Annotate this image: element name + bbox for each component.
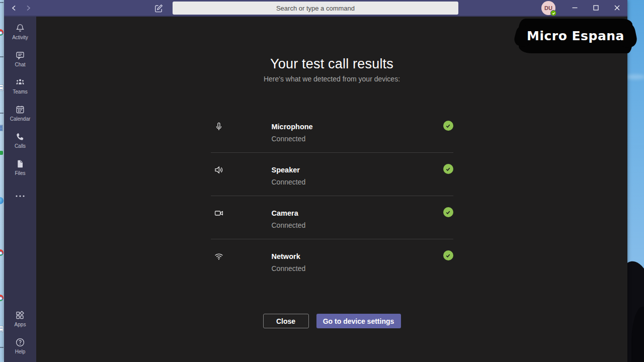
- app-rail: Activity Chat: [4, 17, 36, 362]
- chat-icon: [15, 50, 25, 60]
- device-name: Speaker: [272, 166, 300, 174]
- sidebar-item-label: Teams: [13, 89, 27, 95]
- success-check-icon: [443, 164, 453, 174]
- desktop-icon-fragment: [0, 326, 4, 332]
- desktop-icon-fragment: [0, 84, 4, 91]
- desktop-icon-fragment: [0, 29, 4, 36]
- bell-icon: [15, 23, 25, 33]
- back-button[interactable]: [10, 4, 18, 12]
- device-row-network: Network Connected: [211, 239, 453, 283]
- sidebar-item-teams[interactable]: Teams: [4, 77, 36, 105]
- teams-window: DU Activity: [4, 0, 627, 362]
- page-subtitle: Here's what we detected from your device…: [36, 75, 627, 83]
- phone-icon: [15, 132, 25, 142]
- wifi-icon: [214, 251, 224, 261]
- device-status: Connected: [272, 221, 306, 229]
- sidebar-item-label: Chat: [15, 62, 25, 67]
- camera-icon: [214, 208, 224, 218]
- device-name: Camera: [272, 209, 298, 217]
- sidebar-item-label: Activity: [12, 35, 28, 40]
- avatar[interactable]: DU: [541, 1, 555, 15]
- desktop-icon-fragment: [0, 249, 4, 256]
- close-button[interactable]: Close: [263, 314, 309, 328]
- desktop-icon-fragment: [0, 151, 3, 155]
- sidebar-item-label: Help: [15, 349, 26, 354]
- watermark-text: Micro Espana: [527, 29, 624, 43]
- desktop-icon-fragment: [0, 347, 4, 348]
- minimize-button[interactable]: [564, 0, 585, 16]
- device-results-list: Microphone Connected Speaker Connected: [211, 110, 453, 283]
- teams-people-icon: [15, 77, 25, 87]
- sidebar-item-calendar[interactable]: Calendar: [4, 105, 36, 132]
- cloud: [627, 74, 644, 79]
- desktop-background-left: [0, 0, 4, 362]
- sidebar-item-chat[interactable]: Chat: [4, 50, 36, 77]
- watermark-splash: Micro Espana: [519, 19, 632, 53]
- device-status: Connected: [272, 178, 306, 186]
- desktop-icon-fragment: [0, 197, 4, 204]
- desktop-icon-fragment: [0, 2, 4, 3]
- desktop-background-right: [627, 0, 644, 362]
- presence-available-icon: [550, 10, 556, 16]
- desktop-icon-fragment: [0, 113, 4, 114]
- sidebar-item-files[interactable]: Files: [4, 159, 36, 186]
- forward-button[interactable]: [24, 4, 32, 12]
- help-icon: [15, 337, 25, 347]
- sidebar-item-label: Calls: [15, 143, 26, 149]
- success-check-icon: [443, 250, 453, 260]
- more-apps-button[interactable]: [15, 191, 25, 201]
- device-row-camera: Camera Connected: [211, 196, 453, 239]
- sidebar-item-label: Calendar: [10, 116, 31, 122]
- close-window-button[interactable]: [606, 0, 627, 16]
- desktop-icon-fragment: [0, 56, 4, 57]
- sidebar-item-calls[interactable]: Calls: [4, 132, 36, 159]
- device-name: Microphone: [272, 123, 313, 131]
- go-to-device-settings-button[interactable]: Go to device settings: [316, 314, 401, 328]
- sidebar-item-apps[interactable]: Apps: [4, 310, 36, 328]
- speaker-icon: [214, 165, 224, 175]
- success-check-icon: [443, 207, 453, 217]
- desktop-icon-fragment: [0, 295, 4, 301]
- device-row-speaker: Speaker Connected: [211, 153, 453, 196]
- maximize-button[interactable]: [585, 0, 606, 16]
- device-row-microphone: Microphone Connected: [211, 110, 453, 153]
- device-name: Network: [272, 252, 300, 260]
- device-status: Connected: [272, 264, 306, 273]
- sidebar-item-label: Apps: [15, 322, 26, 327]
- desktop-icon-fragment: [0, 125, 3, 131]
- title-bar: DU: [4, 0, 627, 17]
- microphone-icon: [214, 122, 224, 132]
- success-check-icon: [443, 121, 453, 131]
- calendar-icon: [15, 105, 25, 115]
- new-chat-icon[interactable]: [153, 3, 165, 14]
- apps-grid-icon: [15, 310, 25, 320]
- test-call-results-panel: Your test call results Here's what we de…: [36, 17, 627, 362]
- sidebar-item-label: Files: [15, 170, 25, 176]
- sidebar-item-help[interactable]: Help: [4, 337, 36, 355]
- device-status: Connected: [272, 135, 306, 143]
- search-input[interactable]: [173, 2, 458, 15]
- sidebar-item-activity[interactable]: Activity: [4, 23, 36, 50]
- file-icon: [15, 159, 25, 169]
